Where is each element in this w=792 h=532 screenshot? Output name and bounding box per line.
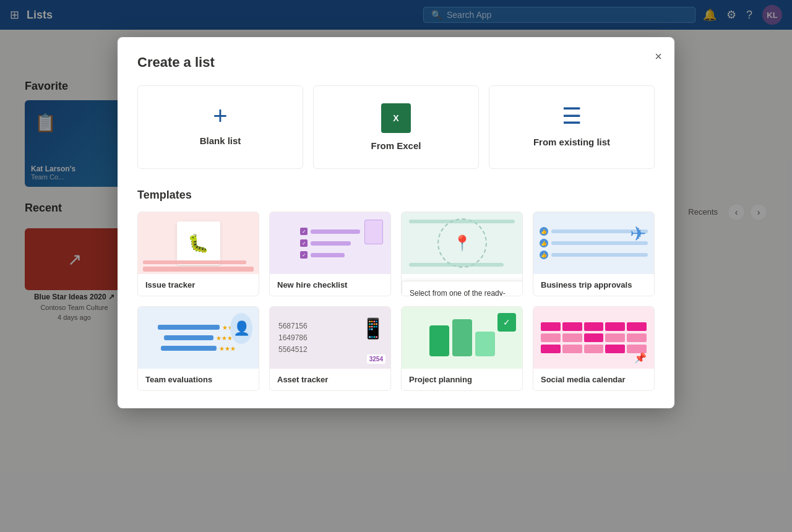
hire-thumb: ✓ ✓ ✓ [270,212,390,274]
event-thumb: 📍 [402,212,522,274]
asset-thumb: 5687156 1649786 5564512 📱 3254 [270,307,390,369]
blank-list-icon: + [213,103,227,128]
team-thumb: ★★★ ★★★ ★★★ 👤 [138,307,259,369]
asset-num-2: 1649786 [278,333,308,342]
social-media-template[interactable]: 📌 Social media calendar [533,306,655,391]
from-existing-option[interactable]: ☰ From existing list [489,85,655,169]
template-tooltip: Select from one of the ready-made templa… [402,281,523,296]
existing-list-icon: ☰ [562,103,582,129]
new-hire-template[interactable]: ✓ ✓ ✓ New hire checklis [269,212,391,296]
team-eval-label: Team evaluations [138,369,259,390]
business-trip-template[interactable]: 👍 👍 👍 ✈ Business trip approvals [533,212,655,296]
from-existing-label: From existing list [533,137,610,147]
map-pin-icon: 📍 [453,234,471,252]
asset-badge: 3254 [367,354,385,364]
create-list-modal: Create a list × + Blank list X From Exce… [118,37,674,408]
templates-title: Templates [137,189,655,202]
blank-list-label: Blank list [200,135,241,146]
project-planning-template[interactable]: ✓ Project planning [401,306,523,391]
modal-close-button[interactable]: × [655,49,662,64]
event-circle-decoration: 📍 [437,218,487,268]
biz-trip-label: Business trip approvals [533,274,654,296]
issue-thumb: 🐛 [138,212,259,274]
asset-num-1: 5687156 [278,322,308,330]
plane-icon: ✈ [630,222,647,246]
options-row: + Blank list X From Excel ☰ From existin… [137,85,655,169]
modal-title: Create a list [137,54,655,71]
issue-tracker-label: Issue tracker [138,274,259,296]
modal-overlay: Create a list × + Blank list X From Exce… [0,0,792,532]
asset-tracker-template[interactable]: 5687156 1649786 5564512 📱 3254 Asset tra… [269,306,391,391]
social-thumb: 📌 [533,307,654,369]
from-excel-label: From Excel [371,140,421,151]
social-media-label: Social media calendar [533,369,654,390]
phone-icon: 📱 [361,317,385,340]
project-thumb: ✓ [402,307,522,369]
excel-icon: X [381,103,411,133]
event-itinerary-template[interactable]: 📍 Event itinerary Select from one of the… [401,212,523,296]
project-planning-label: Project planning [402,369,522,390]
bug-icon: 🐛 [187,233,209,254]
issue-tracker-template[interactable]: 🐛 Issue tracker [137,212,259,296]
asset-tracker-label: Asset tracker [270,369,390,390]
asset-num-3: 5564512 [278,345,308,354]
blank-list-option[interactable]: + Blank list [137,85,303,169]
team-eval-template[interactable]: ★★★ ★★★ ★★★ 👤 Team evaluations [137,306,259,391]
templates-grid: 🐛 Issue tracker ✓ ✓ [137,212,655,391]
biz-thumb: 👍 👍 👍 ✈ [533,212,654,274]
new-hire-label: New hire checklist [270,274,390,296]
from-excel-option[interactable]: X From Excel [313,85,479,169]
